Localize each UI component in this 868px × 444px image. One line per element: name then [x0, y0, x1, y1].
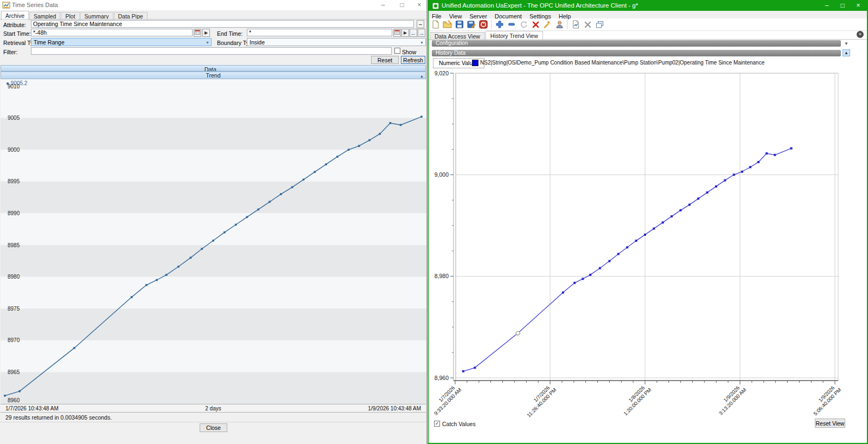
collapse-form-button[interactable]: –	[417, 20, 424, 28]
trend-chart-area: 9010900590008995899089858980897589708965…	[1, 79, 426, 404]
history-trend-chart: 9,0209,0008,9808,9601/7/20269:33:20.000 …	[433, 69, 850, 419]
clear-icon[interactable]	[582, 19, 593, 30]
tabbar-divider	[429, 39, 867, 40]
end-time-calendar-icon[interactable]	[393, 29, 401, 37]
maximize-button[interactable]: □	[394, 0, 410, 10]
svg-text:8985: 8985	[8, 242, 20, 248]
svg-text:9,020: 9,020	[435, 70, 449, 76]
time-series-titlebar[interactable]: Time Series Data – □ ×	[0, 0, 426, 10]
uaexpert-window: Unified Automation UaExpert - The OPC Un…	[427, 0, 868, 444]
svg-text:8990: 8990	[8, 210, 20, 216]
svg-text:8,960: 8,960	[435, 375, 449, 381]
maximize-button[interactable]: □	[835, 1, 850, 11]
retrieval-type-value: Time Range	[34, 39, 65, 46]
series-color-swatch	[472, 60, 478, 66]
time-series-tabs: ArchiveSampledPlotSummaryData Pipe	[1, 11, 148, 19]
rebrowse-icon[interactable]	[518, 19, 529, 30]
remove-node-icon[interactable]	[506, 19, 518, 30]
filter-label: Filter:	[3, 49, 17, 55]
boundary-type-select[interactable]: Inside ▼	[247, 38, 426, 46]
svg-text:8,980: 8,980	[435, 273, 449, 279]
end-time-expand-icon[interactable]: ▶	[401, 29, 409, 37]
disconnect-server-icon[interactable]	[477, 19, 489, 30]
legend-dot-icon: ●	[6, 80, 9, 86]
close-window-button[interactable]: ×	[851, 1, 866, 11]
svg-text:1/9/20265:06:40.000 PM: 1/9/20265:06:40.000 PM	[808, 382, 842, 416]
window-title: Time Series Data	[12, 2, 58, 8]
expand-configuration-icon[interactable]: ▼	[844, 41, 848, 46]
collapse-panel-icon[interactable]: ▲	[420, 73, 424, 79]
uaexpert-titlebar[interactable]: Unified Automation UaExpert - The OPC Un…	[429, 1, 867, 11]
new-project-icon[interactable]	[430, 19, 442, 30]
start-time-expand-icon[interactable]: ▶	[202, 29, 210, 37]
svg-text:8970: 8970	[8, 337, 20, 343]
history-data-section-header[interactable]: History Data	[432, 50, 841, 56]
attribute-label: Attribute:	[3, 22, 26, 28]
toolbar-separator	[567, 20, 568, 29]
trend-panel-header[interactable]: Trend ▲	[1, 72, 426, 79]
results-status-text: 29 results returned in 0.0034905 seconds…	[5, 414, 112, 421]
step-back-icon[interactable]: ←	[410, 29, 417, 37]
legend-value: 9005.2	[11, 80, 28, 86]
refresh-button[interactable]: Refresh	[401, 56, 425, 64]
svg-text:9000: 9000	[8, 147, 20, 153]
save-as-icon[interactable]	[465, 19, 477, 30]
desktop: { "colors": { "left_line": "#31689c", "r…	[0, 0, 868, 444]
open-project-icon[interactable]	[442, 19, 454, 30]
svg-text:8975: 8975	[8, 306, 20, 312]
toolbar-separator	[491, 20, 492, 29]
x-axis-end-label: 1/9/2026 10:43:48 AM	[368, 406, 421, 411]
filter-input[interactable]	[31, 47, 392, 55]
save-project-icon[interactable]	[454, 19, 465, 30]
svg-text:9005: 9005	[8, 115, 20, 121]
x-axis-span-label: 2 days	[1, 406, 426, 411]
svg-text:9,000: 9,000	[435, 171, 449, 178]
catch-values-label: Catch Values	[442, 421, 476, 427]
trend-legend: ● 9005.2	[6, 80, 27, 86]
close-tab-icon[interactable]: ×	[857, 31, 864, 38]
svg-text:8980: 8980	[8, 274, 20, 280]
svg-text:8995: 8995	[8, 178, 20, 184]
reset-button[interactable]: Reset	[371, 56, 399, 64]
time-series-app-icon	[2, 1, 10, 9]
start-time-input[interactable]	[31, 29, 193, 36]
minimize-button[interactable]: –	[375, 0, 391, 10]
trend-panel-title: Trend	[206, 72, 220, 79]
tab-divider	[0, 19, 426, 20]
start-time-calendar-icon[interactable]	[194, 29, 201, 37]
window-title: Unified Automation UaExpert - The OPC Un…	[442, 2, 638, 9]
chevron-down-icon: ▼	[420, 39, 424, 47]
collapse-history-data-icon[interactable]: ▲	[843, 49, 850, 56]
end-time-label: End Time:	[217, 30, 242, 37]
reset-view-button[interactable]: Reset View	[815, 419, 845, 428]
catch-values-checkbox[interactable]: ✓	[434, 421, 440, 427]
series-legend-label: NS2|String|OSIDemo_Pump Condition Based …	[480, 60, 764, 66]
configuration-section-header[interactable]: Configuration	[432, 40, 841, 47]
add-user-icon[interactable]	[553, 19, 565, 30]
boundary-type-value: Inside	[250, 39, 265, 46]
trend-chart: 9010900590008995899089858980897589708965…	[1, 79, 426, 404]
svg-text:1/9/20263:13:20.000 AM: 1/9/20263:13:20.000 AM	[713, 382, 748, 416]
close-window-button[interactable]: ×	[412, 0, 427, 10]
close-dialog-button[interactable]: Close	[200, 423, 227, 432]
chevron-down-icon: ▼	[206, 39, 209, 47]
show-filtered-checkbox[interactable]	[394, 48, 400, 54]
data-panel-header[interactable]: Data…	[1, 65, 426, 72]
minimize-button[interactable]: –	[819, 1, 834, 11]
menu-bar: FileViewServerDocumentSettingsHelp	[429, 11, 867, 18]
view-tabs: Data Access ViewHistory Trend View	[430, 31, 544, 39]
windows-cascade-icon[interactable]	[593, 19, 605, 30]
svg-text:1/7/202611:26:40.000 PM: 1/7/202611:26:40.000 PM	[521, 382, 557, 418]
uaexpert-app-icon	[432, 2, 439, 10]
attribute-input[interactable]	[31, 20, 414, 28]
data-panel-title: Data	[205, 66, 216, 72]
settings-wrench-icon[interactable]	[541, 19, 553, 30]
svg-text:1/8/20261:20:00.000 PM: 1/8/20261:20:00.000 PM	[618, 382, 652, 416]
retrieval-type-select[interactable]: Time Range ▼	[31, 38, 212, 46]
report-icon[interactable]	[570, 19, 582, 30]
delete-icon[interactable]	[529, 19, 541, 30]
end-time-input[interactable]	[247, 29, 392, 36]
step-forward-icon[interactable]: →	[418, 29, 425, 37]
add-node-icon[interactable]	[494, 19, 506, 30]
svg-text:8965: 8965	[8, 369, 20, 375]
